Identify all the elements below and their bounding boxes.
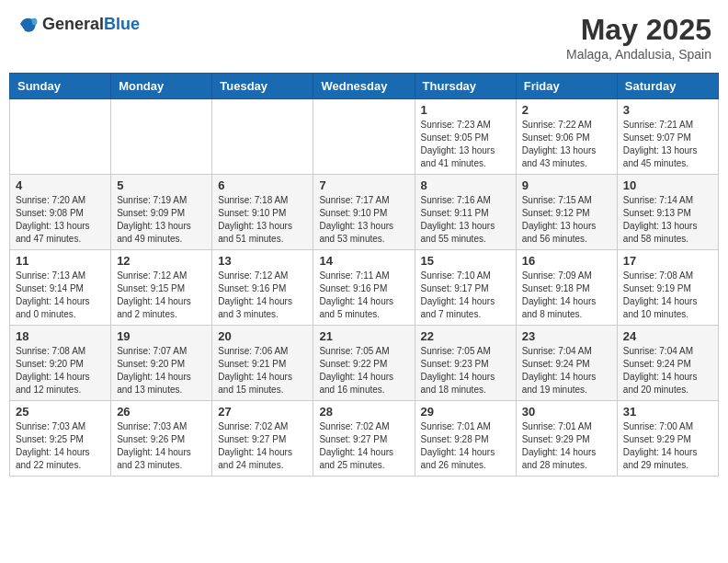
table-row: 28Sunrise: 7:02 AM Sunset: 9:27 PM Dayli… bbox=[313, 401, 415, 477]
calendar-week-row: 1Sunrise: 7:23 AM Sunset: 9:05 PM Daylig… bbox=[10, 99, 719, 175]
cell-date: 3 bbox=[623, 103, 712, 117]
cell-date: 4 bbox=[16, 178, 105, 192]
cell-info: Sunrise: 7:02 AM Sunset: 9:27 PM Dayligh… bbox=[218, 420, 307, 472]
cell-info: Sunrise: 7:02 AM Sunset: 9:27 PM Dayligh… bbox=[319, 420, 408, 472]
table-row: 20Sunrise: 7:06 AM Sunset: 9:21 PM Dayli… bbox=[212, 326, 313, 401]
logo: GeneralBlue bbox=[17, 13, 140, 35]
cell-date: 11 bbox=[16, 254, 105, 268]
cell-info: Sunrise: 7:12 AM Sunset: 9:15 PM Dayligh… bbox=[117, 270, 206, 321]
cell-info: Sunrise: 7:23 AM Sunset: 9:05 PM Dayligh… bbox=[421, 119, 510, 170]
header: GeneralBlue May 2025 Malaga, Andalusia, … bbox=[9, 9, 719, 65]
month-title: May 2025 bbox=[566, 13, 711, 47]
location-title: Malaga, Andalusia, Spain bbox=[566, 47, 711, 62]
table-row: 31Sunrise: 7:00 AM Sunset: 9:29 PM Dayli… bbox=[617, 401, 718, 477]
cell-info: Sunrise: 7:04 AM Sunset: 9:24 PM Dayligh… bbox=[623, 345, 712, 396]
table-row: 29Sunrise: 7:01 AM Sunset: 9:28 PM Dayli… bbox=[415, 401, 516, 477]
table-row: 30Sunrise: 7:01 AM Sunset: 9:29 PM Dayli… bbox=[516, 401, 617, 477]
logo-text-general: General bbox=[42, 15, 104, 33]
table-row: 3Sunrise: 7:21 AM Sunset: 9:07 PM Daylig… bbox=[617, 99, 718, 175]
cell-info: Sunrise: 7:17 AM Sunset: 9:10 PM Dayligh… bbox=[319, 194, 408, 246]
cell-date: 13 bbox=[218, 254, 307, 268]
table-row: 24Sunrise: 7:04 AM Sunset: 9:24 PM Dayli… bbox=[617, 326, 718, 401]
header-friday: Friday bbox=[516, 74, 617, 99]
header-monday: Monday bbox=[111, 74, 212, 99]
table-row: 7Sunrise: 7:17 AM Sunset: 9:10 PM Daylig… bbox=[313, 175, 415, 250]
table-row bbox=[212, 99, 313, 175]
cell-date: 21 bbox=[319, 329, 408, 343]
cell-date: 17 bbox=[623, 254, 712, 268]
calendar-week-row: 18Sunrise: 7:08 AM Sunset: 9:20 PM Dayli… bbox=[10, 326, 719, 401]
cell-date: 15 bbox=[421, 254, 510, 268]
weekday-header-row: Sunday Monday Tuesday Wednesday Thursday… bbox=[10, 74, 719, 99]
header-thursday: Thursday bbox=[415, 74, 516, 99]
cell-info: Sunrise: 7:07 AM Sunset: 9:20 PM Dayligh… bbox=[117, 345, 206, 396]
table-row: 11Sunrise: 7:13 AM Sunset: 9:14 PM Dayli… bbox=[10, 250, 111, 326]
cell-info: Sunrise: 7:10 AM Sunset: 9:17 PM Dayligh… bbox=[421, 270, 510, 321]
cell-info: Sunrise: 7:15 AM Sunset: 9:12 PM Dayligh… bbox=[522, 194, 611, 246]
cell-date: 29 bbox=[421, 405, 510, 419]
table-row: 12Sunrise: 7:12 AM Sunset: 9:15 PM Dayli… bbox=[111, 250, 212, 326]
cell-info: Sunrise: 7:01 AM Sunset: 9:29 PM Dayligh… bbox=[522, 420, 611, 472]
cell-info: Sunrise: 7:01 AM Sunset: 9:28 PM Dayligh… bbox=[421, 420, 510, 472]
cell-info: Sunrise: 7:22 AM Sunset: 9:06 PM Dayligh… bbox=[522, 119, 611, 170]
cell-info: Sunrise: 7:06 AM Sunset: 9:21 PM Dayligh… bbox=[218, 345, 307, 396]
table-row: 6Sunrise: 7:18 AM Sunset: 9:10 PM Daylig… bbox=[212, 175, 313, 250]
table-row: 1Sunrise: 7:23 AM Sunset: 9:05 PM Daylig… bbox=[415, 99, 516, 175]
cell-info: Sunrise: 7:20 AM Sunset: 9:08 PM Dayligh… bbox=[16, 194, 105, 246]
table-row: 22Sunrise: 7:05 AM Sunset: 9:23 PM Dayli… bbox=[415, 326, 516, 401]
cell-info: Sunrise: 7:21 AM Sunset: 9:07 PM Dayligh… bbox=[623, 119, 712, 170]
cell-date: 26 bbox=[117, 405, 206, 419]
cell-date: 20 bbox=[218, 329, 307, 343]
cell-date: 7 bbox=[319, 178, 408, 192]
cell-info: Sunrise: 7:11 AM Sunset: 9:16 PM Dayligh… bbox=[319, 270, 408, 321]
cell-info: Sunrise: 7:12 AM Sunset: 9:16 PM Dayligh… bbox=[218, 270, 307, 321]
table-row: 17Sunrise: 7:08 AM Sunset: 9:19 PM Dayli… bbox=[617, 250, 718, 326]
table-row: 2Sunrise: 7:22 AM Sunset: 9:06 PM Daylig… bbox=[516, 99, 617, 175]
calendar: Sunday Monday Tuesday Wednesday Thursday… bbox=[9, 73, 719, 477]
table-row: 21Sunrise: 7:05 AM Sunset: 9:22 PM Dayli… bbox=[313, 326, 415, 401]
cell-date: 30 bbox=[522, 405, 611, 419]
cell-info: Sunrise: 7:09 AM Sunset: 9:18 PM Dayligh… bbox=[522, 270, 611, 321]
table-row: 25Sunrise: 7:03 AM Sunset: 9:25 PM Dayli… bbox=[10, 401, 111, 477]
cell-date: 14 bbox=[319, 254, 408, 268]
table-row bbox=[313, 99, 415, 175]
cell-date: 8 bbox=[421, 178, 510, 192]
cell-info: Sunrise: 7:13 AM Sunset: 9:14 PM Dayligh… bbox=[16, 270, 105, 321]
table-row bbox=[10, 99, 111, 175]
cell-info: Sunrise: 7:18 AM Sunset: 9:10 PM Dayligh… bbox=[218, 194, 307, 246]
table-row: 23Sunrise: 7:04 AM Sunset: 9:24 PM Dayli… bbox=[516, 326, 617, 401]
cell-info: Sunrise: 7:05 AM Sunset: 9:22 PM Dayligh… bbox=[319, 345, 408, 396]
cell-date: 16 bbox=[522, 254, 611, 268]
table-row: 5Sunrise: 7:19 AM Sunset: 9:09 PM Daylig… bbox=[111, 175, 212, 250]
table-row: 13Sunrise: 7:12 AM Sunset: 9:16 PM Dayli… bbox=[212, 250, 313, 326]
header-wednesday: Wednesday bbox=[313, 74, 415, 99]
title-area: May 2025 Malaga, Andalusia, Spain bbox=[566, 13, 711, 62]
table-row: 26Sunrise: 7:03 AM Sunset: 9:26 PM Dayli… bbox=[111, 401, 212, 477]
table-row: 15Sunrise: 7:10 AM Sunset: 9:17 PM Dayli… bbox=[415, 250, 516, 326]
table-row: 27Sunrise: 7:02 AM Sunset: 9:27 PM Dayli… bbox=[212, 401, 313, 477]
cell-date: 9 bbox=[522, 178, 611, 192]
cell-info: Sunrise: 7:19 AM Sunset: 9:09 PM Dayligh… bbox=[117, 194, 206, 246]
cell-info: Sunrise: 7:14 AM Sunset: 9:13 PM Dayligh… bbox=[623, 194, 712, 246]
header-saturday: Saturday bbox=[617, 74, 718, 99]
table-row: 14Sunrise: 7:11 AM Sunset: 9:16 PM Dayli… bbox=[313, 250, 415, 326]
logo-icon bbox=[17, 13, 39, 35]
cell-date: 23 bbox=[522, 329, 611, 343]
table-row: 8Sunrise: 7:16 AM Sunset: 9:11 PM Daylig… bbox=[415, 175, 516, 250]
cell-info: Sunrise: 7:08 AM Sunset: 9:20 PM Dayligh… bbox=[16, 345, 105, 396]
cell-date: 1 bbox=[421, 103, 510, 117]
table-row: 16Sunrise: 7:09 AM Sunset: 9:18 PM Dayli… bbox=[516, 250, 617, 326]
cell-date: 5 bbox=[117, 178, 206, 192]
logo-text-blue: Blue bbox=[104, 15, 140, 33]
table-row: 4Sunrise: 7:20 AM Sunset: 9:08 PM Daylig… bbox=[10, 175, 111, 250]
cell-date: 24 bbox=[623, 329, 712, 343]
cell-date: 28 bbox=[319, 405, 408, 419]
cell-info: Sunrise: 7:16 AM Sunset: 9:11 PM Dayligh… bbox=[421, 194, 510, 246]
cell-info: Sunrise: 7:00 AM Sunset: 9:29 PM Dayligh… bbox=[623, 420, 712, 472]
cell-date: 6 bbox=[218, 178, 307, 192]
cell-info: Sunrise: 7:08 AM Sunset: 9:19 PM Dayligh… bbox=[623, 270, 712, 321]
calendar-week-row: 4Sunrise: 7:20 AM Sunset: 9:08 PM Daylig… bbox=[10, 175, 719, 250]
calendar-week-row: 25Sunrise: 7:03 AM Sunset: 9:25 PM Dayli… bbox=[10, 401, 719, 477]
cell-date: 31 bbox=[623, 405, 712, 419]
cell-info: Sunrise: 7:05 AM Sunset: 9:23 PM Dayligh… bbox=[421, 345, 510, 396]
